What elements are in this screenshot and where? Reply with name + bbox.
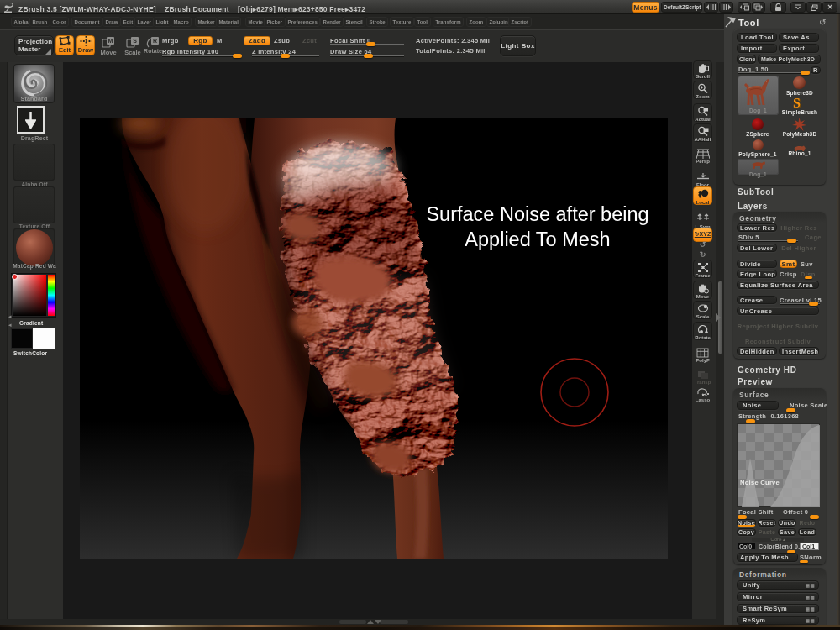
svg-text:S: S [133, 38, 137, 44]
svg-text:Applied To Mesh: Applied To Mesh [465, 228, 610, 250]
svg-text:Surface Noise after being: Surface Noise after being [426, 203, 648, 225]
svg-text:R: R [153, 38, 157, 44]
svg-text:M: M [108, 38, 113, 44]
